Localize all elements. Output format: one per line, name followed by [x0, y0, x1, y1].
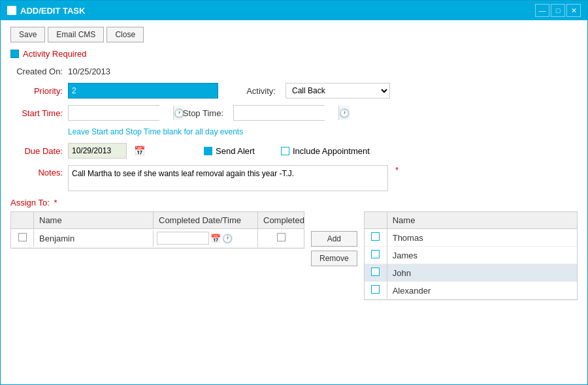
start-time-wrap: 🕐: [68, 105, 159, 121]
priority-input[interactable]: [68, 83, 218, 99]
send-alert-label: Send Alert: [216, 146, 255, 156]
priority-label: Priority:: [10, 86, 63, 96]
checkbox-thomas[interactable]: [371, 232, 380, 241]
stop-time-clock-icon[interactable]: 🕐: [338, 106, 350, 120]
row-date-cell: 📅 🕐: [154, 229, 258, 247]
priority-activity-row: Priority: Activity: Call Back Email Meet…: [10, 83, 578, 99]
include-appointment-label: Include Appointment: [293, 146, 370, 156]
col-name-header: Name: [34, 212, 154, 228]
assign-required-star: *: [54, 198, 57, 208]
close-dialog-button[interactable]: Close: [106, 27, 144, 42]
notes-row: Notes: Call Martha to see if she wants l…: [10, 165, 578, 191]
content-area: Save Email CMS Close Activity Required C…: [1, 20, 587, 384]
col-date-header: Completed Date/Time: [154, 212, 258, 228]
left-table-header: Name Completed Date/Time Completed: [11, 212, 304, 229]
stop-time-label: Stop Time:: [178, 108, 223, 118]
right-row: Alexander: [365, 282, 577, 300]
row-completed-cell: [258, 230, 304, 247]
name-john: John: [387, 265, 577, 281]
activity-required-row: Activity Required: [10, 49, 578, 59]
send-alert-checkbox[interactable]: [204, 147, 212, 155]
created-on-label: Created On:: [10, 67, 63, 76]
row-date-input[interactable]: [157, 232, 209, 245]
stop-time-wrap: 🕐: [233, 105, 325, 121]
right-table-header: Name: [365, 212, 577, 229]
alert-appt-section: Send Alert Include Appointment: [191, 146, 370, 156]
checkbox-alexander[interactable]: [371, 285, 380, 294]
created-on-value: 10/25/2013: [68, 67, 110, 76]
row-name: Benjamin: [34, 230, 154, 247]
notes-textarea[interactable]: Call Martha to see if she wants leaf rem…: [68, 165, 388, 191]
include-appt-wrap: Include Appointment: [281, 146, 370, 156]
right-row-selected[interactable]: John: [365, 264, 577, 282]
due-date-input[interactable]: [68, 143, 127, 159]
row-cal-icon[interactable]: 📅: [210, 234, 221, 243]
right-col-name-header: Name: [387, 212, 577, 228]
col-check-header: [11, 212, 34, 228]
title-bar-left: ADD/EDIT TASK: [7, 6, 85, 16]
available-table: Name Thomas James: [364, 211, 578, 300]
title-bar: ADD/EDIT TASK — □ ✕: [1, 1, 587, 20]
remove-button[interactable]: Remove: [311, 251, 357, 266]
row-clock-icon[interactable]: 🕐: [222, 234, 233, 243]
activity-label: Activity:: [237, 86, 276, 96]
name-james: James: [387, 247, 577, 264]
name-alexander: Alexander: [387, 283, 577, 299]
hint-text: Leave Start and Stop Time blank for all …: [68, 127, 578, 136]
right-row: Thomas: [365, 229, 577, 247]
row-checkbox-cell: [11, 230, 34, 247]
stop-time-section: Stop Time: 🕐: [178, 105, 578, 121]
activity-select[interactable]: Call Back Email Meeting Follow Up: [286, 83, 390, 99]
right-check-john: [365, 264, 387, 281]
table-row: Benjamin 📅 🕐: [11, 229, 304, 248]
due-date-row: Due Date: 📅 Send Alert Include Appointme…: [10, 143, 578, 159]
assign-section: Assign To: * Name Completed Date/Time Co…: [10, 198, 578, 300]
notes-label: Notes:: [10, 165, 63, 177]
stop-time-input[interactable]: [234, 106, 338, 120]
save-button[interactable]: Save: [10, 27, 45, 42]
name-thomas: Thomas: [387, 230, 577, 246]
activity-required-checkbox[interactable]: [10, 50, 19, 58]
start-time-input[interactable]: [69, 106, 173, 120]
assign-tables: Name Completed Date/Time Completed Benja…: [10, 211, 578, 300]
activity-section: Activity: Call Back Email Meeting Follow…: [237, 83, 578, 99]
include-appointment-checkbox[interactable]: [281, 147, 289, 155]
minimize-button[interactable]: —: [535, 4, 549, 17]
send-alert-wrap: Send Alert: [204, 146, 255, 156]
col-completed-header: Completed: [258, 212, 304, 228]
main-window: ADD/EDIT TASK — □ ✕ Save Email CMS Close…: [0, 0, 588, 385]
email-cms-button[interactable]: Email CMS: [48, 27, 104, 42]
created-on-row: Created On: 10/25/2013: [10, 67, 578, 76]
right-check-james: [365, 247, 387, 264]
assigned-table: Name Completed Date/Time Completed Benja…: [10, 211, 304, 249]
right-col-check-header: [365, 212, 387, 228]
close-button[interactable]: ✕: [566, 4, 581, 17]
calendar-icon[interactable]: 📅: [132, 144, 146, 158]
assign-to-label: Assign To: *: [10, 198, 578, 208]
time-row: Start Time: 🕐 Stop Time: 🕐: [10, 105, 578, 121]
start-time-label: Start Time:: [10, 108, 63, 118]
activity-required-label: Activity Required: [23, 49, 87, 59]
row-checkbox[interactable]: [18, 233, 27, 241]
right-check-alexander: [365, 282, 387, 299]
add-button[interactable]: Add: [311, 231, 357, 247]
row-completed-checkbox[interactable]: [277, 233, 286, 241]
right-row: James: [365, 247, 577, 264]
toolbar: Save Email CMS Close: [10, 27, 578, 42]
window-title: ADD/EDIT TASK: [20, 6, 85, 16]
title-controls: — □ ✕: [535, 4, 581, 17]
window-icon: [7, 6, 16, 15]
maximize-button[interactable]: □: [551, 4, 565, 17]
notes-required-star: *: [395, 165, 399, 175]
due-date-label: Due Date:: [10, 146, 63, 156]
middle-buttons: Add Remove: [311, 211, 357, 266]
checkbox-james[interactable]: [371, 250, 380, 258]
right-check-thomas: [365, 229, 387, 246]
checkbox-john[interactable]: [371, 268, 380, 276]
